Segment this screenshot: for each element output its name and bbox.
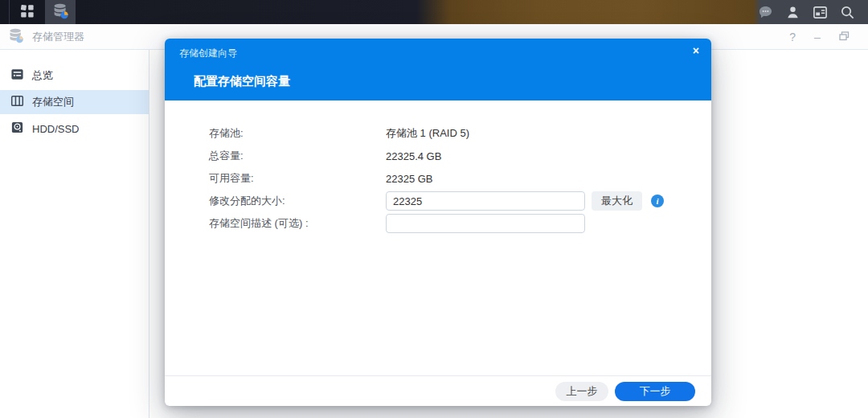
previous-step-button[interactable]: 上一步 bbox=[555, 382, 608, 401]
window-controls: ? – × bbox=[789, 31, 868, 43]
info-icon[interactable]: i bbox=[651, 195, 664, 207]
field-label: 修改分配的大小: bbox=[209, 194, 386, 208]
dialog-title: 存储创建向导 bbox=[179, 47, 237, 60]
sidebar-item-label: 总览 bbox=[32, 68, 53, 83]
search-icon[interactable] bbox=[840, 5, 855, 20]
field-label: 存储池: bbox=[209, 126, 386, 141]
available-capacity-value: 22325 GB bbox=[386, 173, 433, 185]
taskbar-tray bbox=[758, 5, 868, 20]
storage-manager-icon bbox=[52, 2, 69, 22]
help-button[interactable]: ? bbox=[789, 31, 796, 43]
minimize-button[interactable]: – bbox=[814, 31, 821, 43]
storage-creation-wizard-dialog: 存储创建向导 × 配置存储空间容量 存储池: 存储池 1 (RAID 5) 总容… bbox=[165, 39, 711, 406]
maximize-button[interactable] bbox=[839, 31, 850, 43]
storage-manager-taskbar-button[interactable] bbox=[45, 0, 76, 24]
main-menu-grid-icon bbox=[19, 3, 35, 22]
storage-manager-window-icon bbox=[8, 27, 24, 47]
allocated-size-input[interactable] bbox=[386, 191, 585, 211]
user-icon[interactable] bbox=[785, 5, 800, 20]
field-label: 存储空间描述 (可选) : bbox=[209, 216, 386, 231]
sidebar-item-overview[interactable]: 总览 bbox=[0, 64, 149, 88]
storage-pool-value: 存储池 1 (RAID 5) bbox=[386, 126, 469, 141]
restore-icon bbox=[839, 31, 850, 43]
sidebar: 总览 存储空间 bbox=[0, 50, 149, 418]
field-row-description: 存储空间描述 (可选) : bbox=[209, 212, 711, 235]
field-label: 总容量: bbox=[209, 149, 386, 163]
main-menu-button[interactable] bbox=[10, 0, 45, 24]
dialog-step-title: 配置存储空间容量 bbox=[194, 74, 290, 89]
volume-icon bbox=[10, 94, 24, 110]
sidebar-item-hdd-ssd[interactable]: HDD/SSD bbox=[0, 117, 149, 141]
dialog-body: 存储池: 存储池 1 (RAID 5) 总容量: 22325.4 GB 可用容量… bbox=[165, 100, 711, 235]
dialog-close-icon[interactable]: × bbox=[693, 44, 699, 57]
notifications-icon[interactable] bbox=[758, 5, 773, 20]
sidebar-item-label: HDD/SSD bbox=[32, 123, 80, 135]
maximize-size-button[interactable]: 最大化 bbox=[592, 191, 642, 211]
sidebar-item-volume[interactable]: 存储空间 bbox=[0, 90, 149, 114]
field-row-available-capacity: 可用容量: 22325 GB bbox=[209, 167, 711, 190]
dialog-footer: 上一步 下一步 bbox=[165, 375, 711, 406]
overview-icon bbox=[10, 68, 24, 84]
window-title: 存储管理器 bbox=[32, 30, 84, 44]
desktop: 存储管理器 ? – × bbox=[0, 0, 868, 418]
next-step-button[interactable]: 下一步 bbox=[615, 382, 695, 401]
volume-description-input[interactable] bbox=[386, 214, 585, 233]
taskbar bbox=[0, 0, 868, 24]
field-row-total-capacity: 总容量: 22325.4 GB bbox=[209, 145, 711, 167]
field-row-storage-pool: 存储池: 存储池 1 (RAID 5) bbox=[209, 122, 711, 145]
widgets-icon[interactable] bbox=[813, 5, 828, 20]
total-capacity-value: 22325.4 GB bbox=[386, 150, 441, 162]
field-row-allocated-size: 修改分配的大小: 最大化 i bbox=[209, 190, 711, 212]
dialog-header: 存储创建向导 × 配置存储空间容量 bbox=[165, 39, 711, 100]
disk-icon bbox=[10, 121, 24, 137]
sidebar-item-label: 存储空间 bbox=[32, 95, 74, 109]
field-label: 可用容量: bbox=[209, 171, 386, 186]
